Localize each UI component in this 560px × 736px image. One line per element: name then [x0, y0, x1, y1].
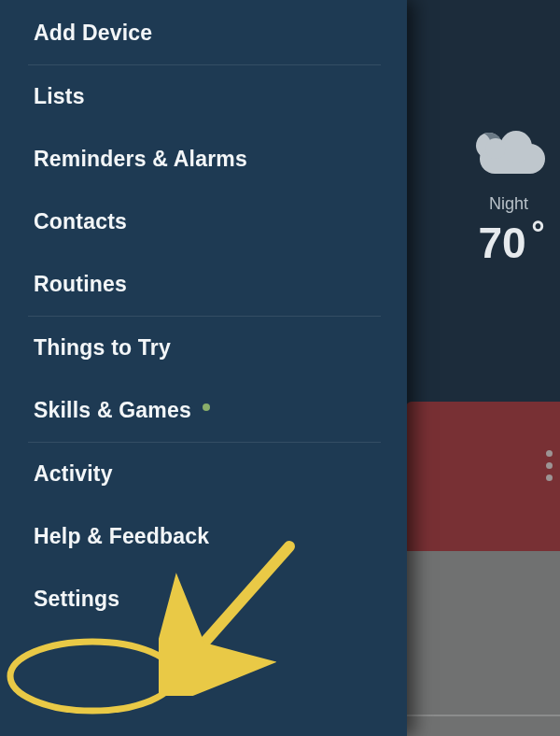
notification-dot-icon [203, 403, 210, 411]
weather-condition-label: Night [489, 194, 528, 214]
menu-item-contacts[interactable]: Contacts [0, 191, 407, 253]
menu-label: Skills & Games [34, 398, 191, 423]
weather-widget[interactable]: Night 70 [472, 129, 545, 268]
menu-item-skills-games[interactable]: Skills & Games [0, 379, 407, 442]
menu-item-lists[interactable]: Lists [0, 65, 407, 128]
menu-item-routines[interactable]: Routines [0, 253, 407, 316]
menu-label: Things to Try [34, 335, 171, 361]
menu-label: Routines [34, 272, 127, 297]
menu-item-help-feedback[interactable]: Help & Feedback [0, 505, 407, 568]
menu-item-reminders-alarms[interactable]: Reminders & Alarms [0, 128, 407, 191]
menu-item-add-device[interactable]: Add Device [0, 2, 407, 64]
menu-label: Help & Feedback [34, 524, 209, 549]
weather-temperature: 70 [478, 218, 539, 268]
night-cloud-icon [472, 129, 545, 176]
menu-label: Contacts [34, 209, 127, 234]
menu-item-settings[interactable]: Settings [0, 568, 407, 630]
menu-item-things-to-try[interactable]: Things to Try [0, 317, 407, 379]
menu-item-activity[interactable]: Activity [0, 443, 407, 505]
drawer-scrim[interactable] [403, 0, 560, 736]
menu-label: Settings [34, 587, 119, 612]
menu-label: Add Device [34, 21, 152, 46]
menu-label: Activity [34, 461, 113, 487]
menu-label: Lists [34, 84, 85, 109]
menu-label: Reminders & Alarms [34, 147, 247, 172]
navigation-drawer: Add Device Lists Reminders & Alarms Cont… [0, 0, 407, 736]
